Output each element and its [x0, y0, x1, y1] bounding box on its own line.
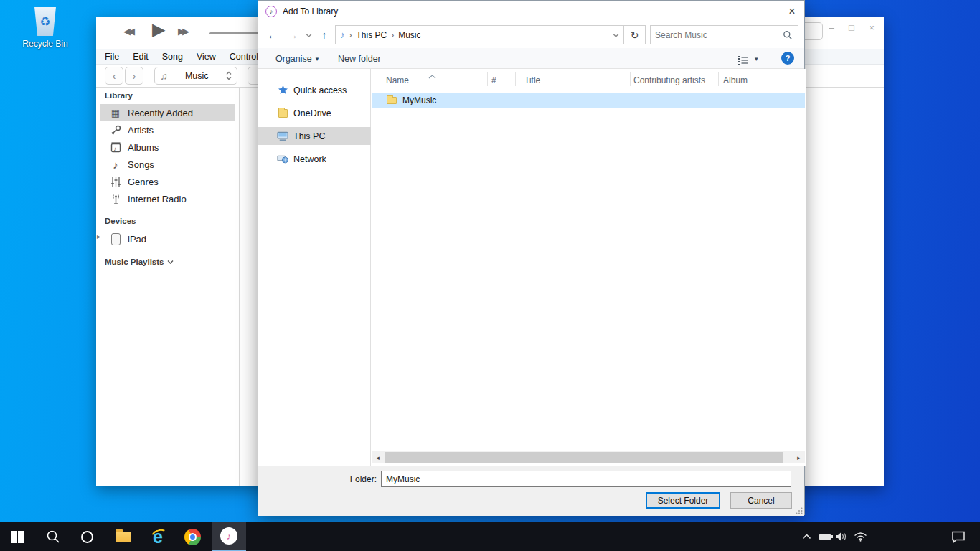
chrome-button[interactable] — [175, 522, 209, 551]
horizontal-scrollbar[interactable]: ◂ ▸ — [372, 451, 805, 463]
sidebar-item-artists[interactable]: Artists — [100, 121, 235, 138]
itunes-sidebar: Library ▦ Recently Added Artists ♪ Album… — [96, 88, 240, 486]
wifi-indicator[interactable] — [850, 522, 870, 551]
column-contributing-artists[interactable]: Contributing artists — [633, 75, 705, 85]
sidebar-item-genres[interactable]: Genres — [100, 173, 235, 190]
music-note-icon: ♪ — [109, 159, 122, 171]
resize-grip[interactable] — [796, 507, 803, 514]
search-icon[interactable] — [783, 30, 793, 40]
new-folder-button[interactable]: New folder — [338, 48, 381, 69]
folder-label: Folder: — [316, 474, 377, 484]
nav-item-quick-access[interactable]: Quick access — [258, 81, 371, 99]
file-row-mymusic[interactable]: MyMusic — [372, 93, 805, 108]
scrollbar-thumb[interactable] — [385, 452, 783, 463]
forward-button[interactable]: › — [125, 67, 143, 85]
select-folder-button[interactable]: Select Folder — [646, 492, 720, 509]
cancel-button[interactable]: Cancel — [730, 492, 792, 509]
back-button[interactable]: ‹ — [105, 67, 123, 85]
cortana-button[interactable] — [70, 522, 104, 551]
windows-logo-icon — [11, 531, 24, 543]
file-explorer-button[interactable] — [106, 522, 141, 551]
dialog-titlebar: ♪ Add To Library × — [258, 1, 804, 22]
minimize-button[interactable]: – — [824, 19, 839, 35]
view-dropdown-icon[interactable]: ▾ — [755, 48, 758, 69]
cortana-icon — [81, 531, 93, 543]
sidebar-item-albums[interactable]: ♪ Albums — [100, 138, 235, 156]
library-selector-dropdown[interactable]: ♫ Music — [154, 67, 237, 85]
volume-indicator[interactable] — [832, 522, 851, 551]
music-note-icon: ♫ — [160, 70, 168, 82]
genres-icon — [109, 176, 122, 187]
action-center-button[interactable] — [946, 522, 971, 551]
chevron-down-icon — [167, 260, 174, 264]
library-selector-value: Music — [173, 71, 222, 81]
breadcrumb[interactable]: ♪ › This PC › Music — [335, 25, 624, 44]
itunes-button[interactable]: ♪ — [212, 522, 246, 551]
column-name[interactable]: Name — [386, 75, 409, 85]
folder-name-input[interactable] — [381, 471, 791, 487]
computer-icon — [277, 131, 288, 141]
nav-history-chevron[interactable] — [303, 25, 314, 44]
breadcrumb-this-pc[interactable]: This PC — [357, 30, 387, 40]
nav-item-this-pc[interactable]: This PC — [258, 127, 371, 145]
taskbar-search-button[interactable] — [36, 522, 70, 551]
music-playlists-header[interactable]: Music Playlists — [105, 258, 174, 266]
menu-edit[interactable]: Edit — [133, 52, 149, 62]
close-button[interactable]: × — [864, 19, 880, 35]
recycle-bin-icon[interactable]: ♻ Recycle Bin — [22, 7, 69, 49]
maximize-button[interactable]: □ — [844, 19, 859, 35]
chrome-icon — [184, 529, 201, 545]
file-list-header: Name # Title Contributing artists Album — [371, 70, 806, 88]
menu-view[interactable]: View — [197, 52, 216, 62]
chevron-down-icon: ▾ — [316, 55, 319, 62]
menu-song[interactable]: Song — [162, 52, 183, 62]
help-icon[interactable]: ? — [781, 52, 794, 65]
sidebar-item-songs[interactable]: ♪ Songs — [100, 156, 235, 173]
sidebar-item-recently-added[interactable]: ▦ Recently Added — [100, 104, 235, 121]
start-button[interactable] — [0, 522, 34, 551]
svg-text:♪: ♪ — [113, 145, 116, 151]
network-icon — [277, 154, 288, 164]
internet-explorer-button[interactable]: e — [141, 522, 175, 551]
details-view-icon[interactable] — [738, 55, 748, 67]
menu-file[interactable]: File — [105, 52, 119, 62]
nav-item-network[interactable]: Network — [258, 150, 371, 168]
folder-icon — [277, 109, 288, 118]
scroll-right-icon[interactable]: ▸ — [793, 451, 805, 463]
address-dropdown-icon[interactable] — [613, 33, 619, 37]
play-icon[interactable]: ▶ — [152, 19, 165, 39]
rewind-icon[interactable]: ◀◀ — [123, 26, 132, 37]
sidebar-item-ipad[interactable]: iPad — [100, 230, 235, 248]
close-icon[interactable]: × — [784, 4, 800, 19]
address-bar: ← → ↑ ♪ › This PC › Music ↻ — [258, 25, 804, 44]
nav-forward-button[interactable]: → — [284, 25, 301, 44]
folder-icon — [387, 97, 397, 104]
column-number[interactable]: # — [491, 75, 496, 85]
nav-up-button[interactable]: ↑ — [316, 25, 333, 44]
ipad-icon — [109, 233, 122, 245]
internet-explorer-icon: e — [153, 528, 163, 546]
add-to-library-dialog: ♪ Add To Library × ← → ↑ ♪ › This PC › M… — [258, 0, 805, 515]
dialog-nav-pane: Quick access OneDrive This PC Network — [258, 69, 371, 466]
column-title[interactable]: Title — [524, 75, 540, 85]
grid-icon: ▦ — [109, 108, 122, 118]
recycle-bin-glyph: ♻ — [33, 7, 57, 36]
battery-icon — [819, 534, 831, 540]
antenna-icon — [109, 194, 122, 204]
nav-item-onedrive[interactable]: OneDrive — [258, 104, 371, 122]
itunes-icon: ♪ — [220, 527, 237, 545]
music-note-icon: ♪ — [340, 29, 345, 40]
breadcrumb-music[interactable]: Music — [398, 30, 420, 40]
sidebar-item-internet-radio[interactable]: Internet Radio — [100, 190, 235, 207]
dialog-footer: Folder: Select Folder Cancel — [258, 466, 804, 516]
taskbar: e ♪ — [0, 522, 980, 551]
fast-forward-icon[interactable]: ▶▶ — [178, 26, 187, 37]
column-album[interactable]: Album — [723, 75, 748, 85]
refresh-icon[interactable]: ↻ — [624, 25, 646, 44]
nav-back-button[interactable]: ← — [264, 25, 281, 44]
organise-button[interactable]: Organise ▾ — [275, 48, 319, 69]
tray-expand-button[interactable] — [798, 522, 814, 551]
scroll-left-icon[interactable]: ◂ — [372, 451, 384, 463]
search-input[interactable] — [651, 26, 783, 44]
wifi-icon — [854, 532, 867, 542]
